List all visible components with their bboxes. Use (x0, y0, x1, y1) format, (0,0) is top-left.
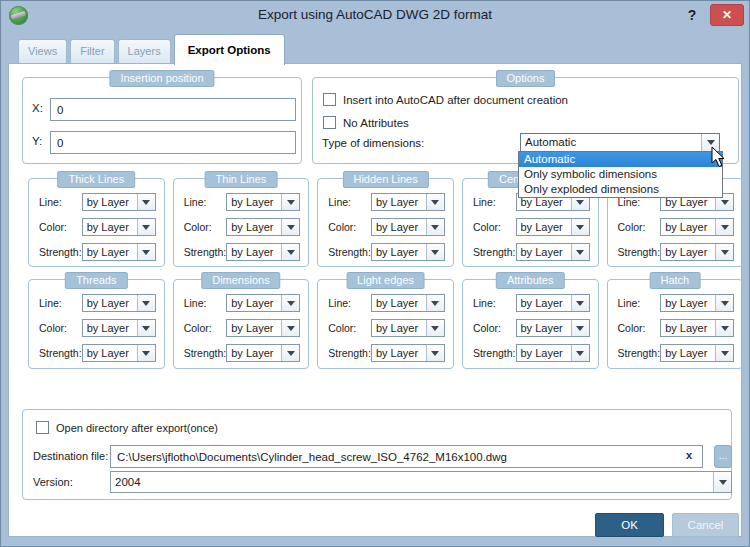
dropdown-arrow-icon[interactable] (426, 194, 444, 210)
dropdown-arrow-icon[interactable] (571, 219, 589, 235)
tab-filter[interactable]: Filter (70, 39, 114, 63)
dropdown-arrow-icon[interactable] (137, 244, 155, 260)
dimensions-line-combobox[interactable]: by Layer (226, 294, 300, 312)
line-style-field-row: Color:by Layer (328, 319, 445, 337)
center-lines-color-combobox[interactable]: by Layer (516, 218, 590, 236)
y-input[interactable] (50, 131, 296, 154)
line-style-field-row: Strength:by Layer (473, 344, 590, 362)
dropdown-arrow-icon[interactable] (281, 295, 299, 311)
thin-lines-color-combobox[interactable]: by Layer (226, 218, 300, 236)
hatch-color-combobox[interactable]: by Layer (660, 319, 734, 337)
combo-value: by Layer (83, 345, 137, 361)
thick-lines-line-combobox[interactable]: by Layer (82, 193, 156, 211)
combo-value: by Layer (372, 219, 426, 235)
center-lines-strength-combobox[interactable]: by Layer (516, 243, 590, 261)
dropdown-arrow-icon[interactable] (281, 345, 299, 361)
dropdown-item-only-exploded-dimensions[interactable]: Only exploded dimensions (519, 182, 722, 197)
dropdown-arrow-icon[interactable] (715, 345, 733, 361)
dropdown-arrow-icon[interactable] (426, 320, 444, 336)
destination-file-input[interactable] (110, 445, 703, 468)
y-label: Y: (32, 135, 42, 147)
tab-views[interactable]: Views (18, 39, 67, 63)
dropdown-arrow-icon[interactable] (715, 244, 733, 260)
x-input[interactable] (50, 98, 296, 121)
dropdown-arrow-icon[interactable] (426, 244, 444, 260)
line-style-field-row: Strength:by Layer (618, 344, 735, 362)
options-group-title: Options (496, 70, 556, 87)
dropdown-arrow-icon[interactable] (137, 345, 155, 361)
ok-button[interactable]: OK (595, 513, 664, 537)
dropdown-arrow-icon[interactable] (281, 244, 299, 260)
field-label: Strength: (473, 246, 516, 258)
dimensions-color-combobox[interactable]: by Layer (226, 319, 300, 337)
clear-destination-icon[interactable]: x (686, 449, 692, 461)
dropdown-arrow-icon[interactable] (715, 295, 733, 311)
line-style-field-row: Line:by Layer (473, 294, 590, 312)
threads-color-combobox[interactable]: by Layer (82, 319, 156, 337)
dropdown-arrow-icon[interactable] (137, 219, 155, 235)
insert-into-autocad-checkbox[interactable] (323, 93, 336, 106)
field-label: Color: (328, 322, 371, 334)
field-label: Line: (184, 196, 227, 208)
thick-lines-color-combobox[interactable]: by Layer (82, 218, 156, 236)
hatch-strength-combobox[interactable]: by Layer (660, 344, 734, 362)
untitled-strength-combobox[interactable]: by Layer (660, 243, 734, 261)
dropdown-arrow-icon[interactable] (715, 219, 733, 235)
open-directory-checkbox[interactable] (36, 421, 49, 434)
browse-button[interactable]: ... (714, 445, 732, 468)
thin-lines-line-combobox[interactable]: by Layer (226, 193, 300, 211)
line-style-field-row: Strength:by Layer (184, 243, 301, 261)
hatch-line-combobox[interactable]: by Layer (660, 294, 734, 312)
dropdown-arrow-icon[interactable] (426, 295, 444, 311)
dropdown-arrow-icon[interactable] (426, 345, 444, 361)
dimensions-strength-combobox[interactable]: by Layer (226, 344, 300, 362)
dropdown-arrow-icon[interactable] (713, 472, 731, 492)
dropdown-arrow-icon[interactable] (281, 194, 299, 210)
light-edges-strength-combobox[interactable]: by Layer (371, 344, 445, 362)
field-label: Strength: (39, 347, 82, 359)
dropdown-arrow-icon[interactable] (137, 194, 155, 210)
dropdown-arrow-icon[interactable] (426, 219, 444, 235)
no-attributes-checkbox[interactable] (323, 116, 336, 129)
dropdown-arrow-icon[interactable] (281, 320, 299, 336)
untitled-color-combobox[interactable]: by Layer (660, 218, 734, 236)
line-style-field-row: Strength:by Layer (328, 243, 445, 261)
dropdown-arrow-icon[interactable] (137, 295, 155, 311)
field-label: Strength: (184, 347, 227, 359)
field-label: Color: (618, 221, 661, 233)
type-of-dimensions-combobox[interactable]: Automatic (520, 133, 720, 152)
no-attributes-label: No Attributes (343, 117, 409, 129)
threads-line-combobox[interactable]: by Layer (82, 294, 156, 312)
combo-value: by Layer (661, 320, 715, 336)
attributes-line-combobox[interactable]: by Layer (516, 294, 590, 312)
attributes-strength-combobox[interactable]: by Layer (516, 344, 590, 362)
hidden-lines-color-combobox[interactable]: by Layer (371, 218, 445, 236)
thick-lines-strength-combobox[interactable]: by Layer (82, 243, 156, 261)
combo-value: by Layer (517, 320, 571, 336)
threads-strength-combobox[interactable]: by Layer (82, 344, 156, 362)
attributes-color-combobox[interactable]: by Layer (516, 319, 590, 337)
light-edges-color-combobox[interactable]: by Layer (371, 319, 445, 337)
cancel-button[interactable]: Cancel (672, 513, 739, 537)
line-group-title: Dimensions (201, 272, 280, 289)
dropdown-arrow-icon[interactable] (571, 320, 589, 336)
tab-export-options[interactable]: Export Options (174, 34, 285, 65)
hidden-lines-strength-combobox[interactable]: by Layer (371, 243, 445, 261)
dropdown-arrow-icon[interactable] (281, 219, 299, 235)
close-button[interactable]: ✕ (710, 4, 744, 26)
dropdown-arrow-icon[interactable] (571, 345, 589, 361)
dropdown-arrow-icon[interactable] (571, 295, 589, 311)
hidden-lines-line-combobox[interactable]: by Layer (371, 193, 445, 211)
line-style-field-row: Color:by Layer (473, 319, 590, 337)
dropdown-arrow-icon[interactable] (715, 320, 733, 336)
help-button[interactable]: ? (683, 5, 701, 25)
light-edges-line-combobox[interactable]: by Layer (371, 294, 445, 312)
dropdown-arrow-icon[interactable] (571, 244, 589, 260)
dropdown-item-automatic[interactable]: Automatic (519, 152, 722, 167)
combo-value: by Layer (83, 244, 137, 260)
dropdown-item-only-symbolic-dimensions[interactable]: Only symbolic dimensions (519, 167, 722, 182)
thin-lines-strength-combobox[interactable]: by Layer (226, 243, 300, 261)
tab-layers[interactable]: Layers (118, 39, 171, 63)
version-combobox[interactable]: 2004 (110, 471, 732, 493)
dropdown-arrow-icon[interactable] (137, 320, 155, 336)
